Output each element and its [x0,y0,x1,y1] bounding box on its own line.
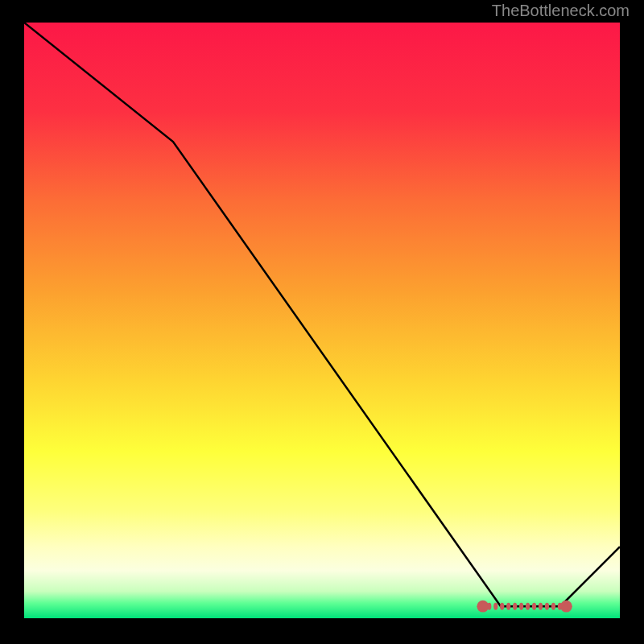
plot-area [24,23,620,618]
svg-rect-13 [545,603,549,610]
svg-rect-15 [558,603,562,610]
svg-rect-3 [481,603,485,610]
svg-rect-12 [539,603,543,610]
chart-container: TheBottleneck.com [0,0,644,644]
svg-rect-9 [519,603,523,610]
watermark-label: TheBottleneck.com [492,2,630,20]
svg-rect-5 [493,603,497,610]
svg-rect-10 [526,603,530,610]
svg-rect-11 [532,603,536,610]
svg-rect-16 [564,603,568,610]
svg-rect-14 [551,603,555,610]
bottleneck-curve [24,23,620,606]
svg-rect-4 [487,603,491,610]
svg-rect-7 [506,603,510,610]
svg-rect-6 [500,603,504,610]
chart-overlay [24,23,620,618]
svg-rect-8 [513,603,517,610]
